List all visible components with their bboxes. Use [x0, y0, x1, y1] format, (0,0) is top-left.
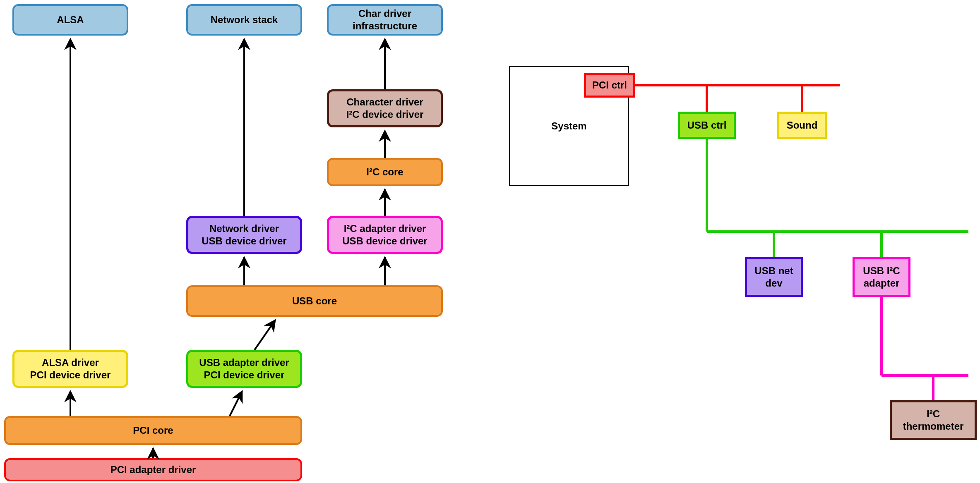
label-line2: adapter	[864, 277, 900, 289]
hw-sound: Sound	[777, 112, 827, 139]
box-usb-adapter-driver: USB adapter driver PCI device driver	[186, 350, 302, 388]
label-line1: Network driver	[209, 222, 279, 235]
label-line1: ALSA driver	[42, 356, 99, 369]
label-line2: thermometer	[903, 420, 964, 433]
label-line2: dev	[765, 277, 782, 289]
label-line1: USB I²C	[863, 265, 900, 277]
label: ALSA	[57, 14, 84, 26]
label: PCI adapter driver	[110, 464, 196, 476]
hw-usb-net-dev: USB net dev	[745, 257, 803, 297]
box-i2c-core: I²C core	[327, 158, 443, 186]
box-pci-adapter-driver: PCI adapter driver	[4, 458, 302, 481]
box-alsa: ALSA	[12, 4, 128, 36]
box-usb-core: USB core	[186, 285, 443, 317]
label-line2: USB device driver	[202, 235, 286, 247]
label-line2: PCI device driver	[204, 369, 285, 381]
label-line1: USB net	[754, 265, 793, 277]
hw-i2c-thermometer: I²C thermometer	[890, 400, 977, 440]
label-line1: I²C	[927, 408, 940, 420]
box-network-stack: Network stack	[186, 4, 302, 36]
label-line1: I²C adapter driver	[344, 222, 426, 235]
label-line1: Char driver	[358, 7, 411, 20]
label: I²C core	[366, 166, 403, 178]
label-line2: USB device driver	[342, 235, 427, 247]
hw-usb-ctrl: USB ctrl	[678, 112, 736, 139]
overlay-svg	[0, 0, 980, 483]
label-line2: I²C device driver	[346, 108, 424, 121]
label: PCI core	[133, 424, 173, 437]
hw-pci-ctrl: PCI ctrl	[584, 73, 635, 98]
label: USB ctrl	[687, 119, 727, 132]
label-line1: USB adapter driver	[199, 356, 289, 369]
label: System	[551, 120, 586, 132]
label: PCI ctrl	[592, 79, 627, 91]
label-line1: Character driver	[346, 96, 423, 108]
box-char-driver-infra: Char driver infrastructure	[327, 4, 443, 36]
box-character-driver: Character driver I²C device driver	[327, 89, 443, 127]
box-alsa-driver: ALSA driver PCI device driver	[12, 350, 128, 388]
label-line2: infrastructure	[353, 20, 417, 32]
label: USB core	[292, 295, 337, 307]
box-pci-core: PCI core	[4, 416, 302, 445]
svg-line-9	[230, 391, 242, 416]
label-line2: PCI device driver	[30, 369, 111, 381]
label: Sound	[787, 119, 818, 132]
label: Network stack	[211, 14, 278, 26]
svg-line-7	[255, 320, 275, 350]
hw-usb-i2c-adapter: USB I²C adapter	[853, 257, 910, 297]
box-network-driver: Network driver USB device driver	[186, 216, 302, 254]
box-i2c-adapter-driver: I²C adapter driver USB device driver	[327, 216, 443, 254]
